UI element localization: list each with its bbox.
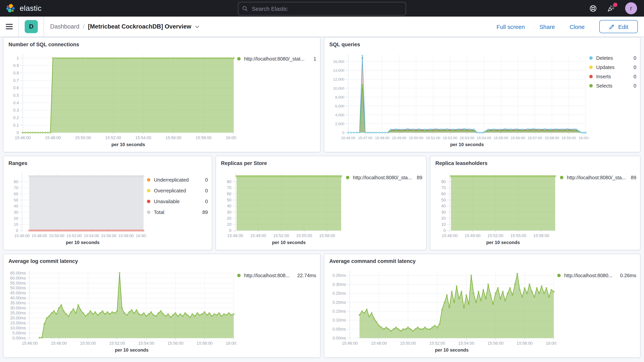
svg-text:15:58:00: 15:58:00 [196,136,211,140]
chart-legend: Underreplicated0Overreplicated0Unavailab… [147,168,208,247]
svg-text:16:00:00: 16:00:00 [226,136,237,140]
sql-queries-chart[interactable]: 02,0004,0006,0008,00010,00012,00014,0001… [328,50,589,149]
legend-item[interactable]: Underreplicated0 [147,177,208,183]
svg-text:per 10 seconds: per 10 seconds [66,240,100,245]
clone-button[interactable]: Clone [570,23,584,30]
legend-item[interactable]: Overreplicated0 [147,188,208,194]
ranges-chart[interactable]: 0102030405060708015:46:0015:48:0015:50:0… [7,168,147,247]
svg-text:10,000: 10,000 [333,86,344,90]
panel-title[interactable]: Replicas per Store [221,160,422,167]
legend-item[interactable]: http://localhost:808...22.74ms [237,272,316,278]
svg-text:15:47:00: 15:47:00 [358,136,372,140]
dashboard-badge[interactable]: D [25,20,38,33]
svg-text:per 10 seconds: per 10 seconds [115,347,149,352]
legend-label: Unavailable [154,198,180,204]
legend-dot [237,57,241,60]
chart-area[interactable]: 0102030405060708015:46:0015:49:0015:52:0… [220,168,346,247]
share-button[interactable]: Share [540,23,555,30]
svg-text:80: 80 [227,180,232,184]
legend-item[interactable]: http://localhost:8080/_stat...1 [237,56,316,62]
panel-title[interactable]: Average log commit latency [8,258,316,265]
svg-text:60: 60 [441,192,446,196]
user-avatar[interactable]: r [625,2,637,14]
svg-text:per 10 seconds: per 10 seconds [272,240,306,245]
svg-text:60: 60 [227,192,232,196]
svg-text:15:54:00: 15:54:00 [135,136,151,140]
svg-text:50: 50 [14,198,18,202]
svg-text:70: 70 [227,186,232,190]
panel-title[interactable]: Replica leaseholders [435,160,636,167]
legend-item[interactable]: Total89 [147,209,208,215]
chart-area[interactable]: 0.00ms0.05ms0.10ms0.15ms0.20ms0.25ms0.30… [328,266,557,354]
legend-label: Selects [596,83,612,89]
chevron-down-icon[interactable] [195,24,200,29]
svg-text:0: 0 [229,228,232,233]
legend-value: 0 [630,64,636,70]
edit-button[interactable]: Edit [599,20,638,33]
search-icon [242,6,248,12]
legend-label: http://localhost:808... [244,272,290,278]
svg-text:15:46:00: 15:46:00 [22,341,38,346]
svg-text:0.8: 0.8 [13,71,19,75]
number-of-sql-connections-chart[interactable]: 00.10.20.30.40.50.60.70.80.9115:46:0015:… [7,50,237,149]
legend-label: Updates [596,64,614,70]
svg-text:0.1: 0.1 [13,123,19,128]
newsfeed-icon[interactable] [607,4,615,12]
legend-value: 89 [627,175,636,180]
elastic-logo[interactable]: elastic [0,3,42,14]
legend-item[interactable]: Unavailable0 [147,198,208,204]
svg-text:15:55:00: 15:55:00 [510,234,526,238]
global-search[interactable] [238,2,406,16]
legend-item[interactable]: Deletes0 [589,55,636,61]
svg-text:80: 80 [14,180,18,184]
svg-text:0.15ms: 0.15ms [332,309,346,314]
search-input[interactable] [251,5,402,12]
svg-text:30: 30 [14,210,18,214]
menu-icon[interactable] [0,16,18,36]
notification-dot [613,3,618,7]
legend-item[interactable]: http://localhost:8080/_sta...89 [346,175,422,180]
chart-area[interactable]: 0102030405060708015:46:0015:49:0015:52:0… [434,168,560,247]
replicas-per-store-chart[interactable]: 0102030405060708015:46:0015:49:0015:52:0… [220,168,346,247]
chart-area[interactable]: 02,0004,0006,0008,00010,00012,00014,0001… [328,50,589,149]
legend-label: http://localhost:8080/_sta... [353,175,412,180]
svg-text:45.00ms: 45.00ms [10,291,26,295]
svg-text:16:00:00: 16:00:00 [546,341,557,346]
replica-leaseholders-chart[interactable]: 0102030405060708015:46:0015:49:0015:52:0… [434,168,560,247]
chart-legend: http://localhost:8080...0.26ms [557,266,636,354]
svg-text:15:56:00: 15:56:00 [511,136,525,140]
full-screen-button[interactable]: Full screen [496,23,525,30]
average-command-commit-latency-chart[interactable]: 0.00ms0.05ms0.10ms0.15ms0.20ms0.25ms0.30… [328,266,557,354]
panel-number-of-sql-connections: Number of SQL connections 00.10.20.30.40… [3,37,320,152]
legend-item[interactable]: Inserts0 [589,74,636,80]
panel-ranges: Ranges 0102030405060708015:46:0015:48:00… [3,156,212,250]
breadcrumb-dashboard-link[interactable]: Dashboard [50,23,80,30]
chart-legend: http://localhost:8080/_sta...89 [346,168,422,247]
svg-text:16:00:00: 16:00:00 [579,136,589,140]
legend-item[interactable]: Updates0 [589,64,636,70]
legend-dot [589,75,593,78]
legend-item[interactable]: http://localhost:8080/_sta...89 [560,175,636,180]
panel-title[interactable]: Average command commit latency [329,258,636,265]
svg-text:15:58:00: 15:58:00 [533,234,549,238]
chart-area[interactable]: 00.10.20.30.40.50.60.70.80.9115:46:0015:… [7,50,237,149]
svg-text:20: 20 [14,216,18,220]
help-icon[interactable] [589,4,597,12]
svg-text:15:55:00: 15:55:00 [494,136,508,140]
dashboard-badge-letter: D [29,23,33,30]
chart-area[interactable]: 0102030405060708015:46:0015:48:0015:50:0… [7,168,147,247]
average-log-commit-latency-chart[interactable]: 0.00ms5.00ms10.00ms15.00ms20.00ms25.00ms… [7,266,237,354]
svg-text:15:49:00: 15:49:00 [250,234,266,238]
legend-dot [147,189,150,192]
svg-text:15:52:00: 15:52:00 [443,136,457,140]
panel-title[interactable]: SQL queries [329,41,636,48]
panel-title[interactable]: Number of SQL connections [8,41,316,48]
legend-label: Inserts [596,74,611,80]
svg-text:0.20ms: 0.20ms [332,300,346,304]
panel-title[interactable]: Ranges [8,160,208,167]
legend-item[interactable]: http://localhost:8080...0.26ms [557,272,636,278]
svg-text:15:46:00: 15:46:00 [15,136,31,140]
legend-item[interactable]: Selects0 [589,83,636,89]
chart-area[interactable]: 0.00ms5.00ms10.00ms15.00ms20.00ms25.00ms… [7,266,237,354]
legend-label: http://localhost:8080/_stat... [244,56,304,62]
